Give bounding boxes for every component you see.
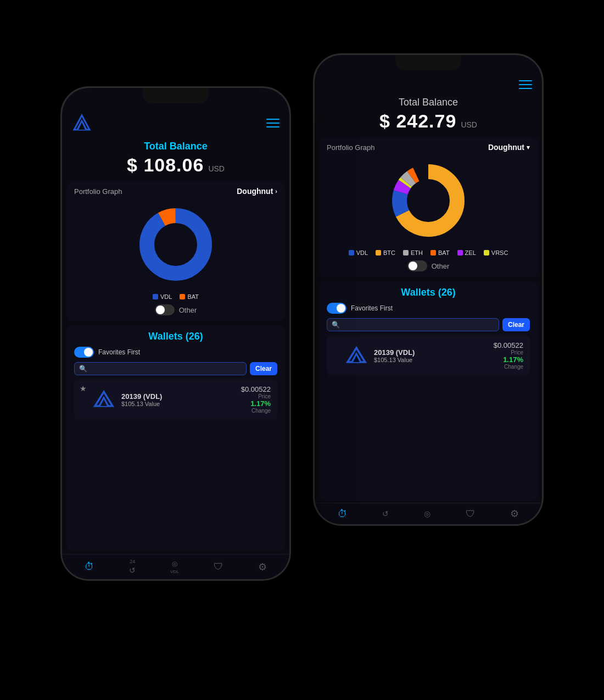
wallet-change-front: 1.17% [241, 399, 271, 408]
nav-vdl-front[interactable]: ◎ VDL [170, 560, 179, 574]
phone-front: Total Balance $ 108.06 USD Portfolio Gra… [60, 86, 291, 581]
nav-dashboard-back[interactable]: ⏱ [338, 508, 348, 520]
svg-point-15 [156, 225, 195, 264]
doughnut-button-front[interactable]: Doughnut › [237, 187, 277, 196]
other-toggle-front[interactable] [155, 304, 175, 315]
nav-shield-front[interactable]: 🛡 [214, 561, 223, 573]
menu-button-front[interactable] [266, 119, 279, 127]
favorites-label-back: Favorites First [351, 304, 393, 312]
wallet-card-back[interactable]: 20139 (VDL) $105.13 Value $0.00522 Price… [327, 336, 530, 375]
bottom-nav-front: ⏱ 24 ↺ ◎ VDL 🛡 ⚙ [62, 554, 289, 579]
chart-legend-back: VDL BTC ETH BAT ZEL VRSC [327, 249, 530, 256]
portfolio-label-front: Portfolio Graph [74, 187, 122, 196]
balance-title-back: Total Balance [326, 97, 531, 108]
nav-vdl-back[interactable]: ◎ [424, 509, 430, 518]
notch-front [143, 88, 209, 103]
nav-dashboard-front[interactable]: ⏱ [85, 561, 94, 573]
other-label-back: Other [432, 262, 450, 270]
portfolio-label-back: Portfolio Graph [327, 143, 374, 152]
favorites-toggle-front[interactable] [74, 347, 94, 358]
nav-settings-front[interactable]: ⚙ [258, 561, 267, 573]
wallet-price-front: $0.00522 [241, 385, 271, 393]
other-toggle-back[interactable] [407, 260, 427, 271]
svg-point-6 [409, 181, 448, 220]
nav-24h-front[interactable]: 24 ↺ [129, 559, 136, 575]
balance-amount-front: $ 108.06 [127, 154, 204, 176]
wallet-price-label-front: Price [241, 393, 271, 399]
donut-chart-front [135, 203, 217, 286]
vdl-logo-front [92, 387, 116, 412]
wallet-price-label-back: Price [494, 349, 523, 355]
vdl-logo-back [344, 343, 368, 368]
wallet-name-front: 20139 (VDL) [121, 392, 236, 401]
other-label-front: Other [179, 306, 197, 314]
wallet-change-back: 1.17% [494, 355, 523, 364]
nav-24h-back[interactable]: ↺ [382, 509, 389, 518]
wallets-title-front: Wallets (26) [74, 331, 277, 342]
notch-back [395, 55, 461, 70]
balance-title-front: Total Balance [73, 141, 278, 152]
app-logo-front [72, 113, 92, 133]
wallet-card-front[interactable]: ★ 20139 (VDL) $105.13 Value [74, 380, 277, 419]
nav-settings-back[interactable]: ⚙ [510, 508, 519, 520]
balance-currency-front: USD [208, 164, 225, 173]
search-input-back[interactable] [343, 321, 494, 329]
search-icon-front: 🔍 [79, 365, 87, 373]
menu-button-back[interactable] [519, 80, 532, 89]
search-icon-back: 🔍 [332, 321, 340, 329]
balance-amount-back: $ 242.79 [379, 110, 456, 132]
wallet-change-label-back: Change [494, 364, 523, 370]
wallet-value-front: $105.13 Value [121, 401, 236, 407]
favorites-toggle-back[interactable] [327, 303, 346, 314]
phone-back: Total Balance $ 242.79 USD Portfolio Gra… [313, 53, 544, 526]
wallets-title-back: Wallets (26) [327, 287, 530, 298]
nav-shield-back[interactable]: 🛡 [466, 508, 476, 520]
clear-button-front[interactable]: Clear [250, 362, 277, 375]
wallet-value-back: $105.13 Value [374, 357, 488, 363]
search-input-front[interactable] [91, 365, 242, 373]
chart-legend-front: VDL BAT [74, 293, 277, 300]
wallet-name-back: 20139 (VDL) [374, 348, 488, 357]
donut-chart-back [387, 159, 469, 242]
wallet-change-label-front: Change [241, 408, 271, 414]
bottom-nav-back: ⏱ ↺ ◎ 🛡 ⚙ [315, 503, 542, 524]
wallet-price-back: $0.00522 [494, 341, 523, 349]
clear-button-back[interactable]: Clear [502, 318, 530, 331]
favorites-label-front: Favorites First [98, 348, 140, 356]
balance-currency-back: USD [461, 120, 477, 129]
star-icon-front[interactable]: ★ [80, 384, 87, 393]
doughnut-button-back[interactable]: Doughnut ▾ [488, 143, 530, 152]
